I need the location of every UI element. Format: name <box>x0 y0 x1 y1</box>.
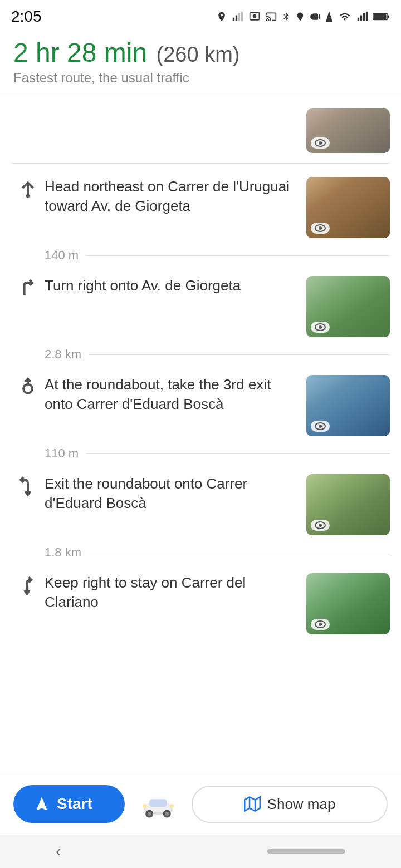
direction-item-5: Keep right to stay on Carrer del Clarian… <box>0 560 401 644</box>
svg-point-25 <box>148 812 151 816</box>
direction-thumbnail-5[interactable] <box>306 573 390 634</box>
distance-divider-1: 140 m <box>0 248 401 263</box>
route-header: 2 hr 28 min (260 km) Fastest route, the … <box>0 31 401 95</box>
vibrate-icon <box>310 11 321 22</box>
svg-rect-0 <box>233 17 234 21</box>
direction-text-4: Exit the roundabout onto Carrer d'Eduard… <box>45 474 306 513</box>
svg-rect-10 <box>366 11 368 21</box>
svg-marker-6 <box>326 11 333 22</box>
signal-icon <box>232 11 244 22</box>
bluetooth-icon <box>282 11 291 22</box>
direction-thumbnail-3[interactable] <box>306 375 390 436</box>
direction-icon-1 <box>11 177 45 200</box>
direction-icon-2 <box>11 276 45 299</box>
direction-icon-4 <box>11 474 45 497</box>
svg-rect-2 <box>238 13 240 21</box>
back-button[interactable]: ‹ <box>56 842 61 860</box>
svg-point-29 <box>143 804 146 808</box>
direction-text-3: At the roundabout, take the 3rd exit ont… <box>45 375 306 414</box>
route-duration: 2 hr 28 min <box>13 38 147 67</box>
direction-icon-5 <box>11 573 45 596</box>
street-view-icon-3[interactable] <box>311 421 330 432</box>
status-icons <box>216 11 390 22</box>
street-view-icon-2[interactable] <box>311 322 330 333</box>
svg-rect-3 <box>241 11 243 21</box>
svg-point-5 <box>253 14 256 17</box>
car-icon <box>139 787 178 821</box>
route-distance: (260 km) <box>157 43 240 66</box>
distance-divider-3: 110 m <box>0 446 401 461</box>
svg-rect-12 <box>388 15 389 18</box>
svg-rect-23 <box>149 799 167 807</box>
direction-thumbnail-4[interactable] <box>306 474 390 535</box>
status-bar: 2:05 <box>0 0 401 31</box>
nav-bar: ‹ <box>0 835 401 868</box>
direction-thumbnail-partial[interactable] <box>306 108 390 153</box>
keep-right-icon <box>17 575 38 596</box>
direction-thumbnail-1[interactable] <box>306 177 390 238</box>
bottom-bar: Start Show map <box>0 773 401 835</box>
directions-list: Head northeast on Carrer de l'Uruguai to… <box>0 95 401 744</box>
nav-pill[interactable] <box>267 849 345 854</box>
direction-text-5: Keep right to stay on Carrer del Clarian… <box>45 573 306 612</box>
direction-icon-partial <box>11 108 45 111</box>
direction-item-2: Turn right onto Av. de Giorgeta <box>0 263 401 347</box>
direction-icon-3 <box>11 375 45 398</box>
wifi-icon <box>338 11 352 22</box>
car-icon-button[interactable] <box>136 785 180 823</box>
status-time: 2:05 <box>11 8 42 26</box>
distance-label-2: 2.8 km <box>45 347 89 362</box>
route-subtitle: Fastest route, the usual traffic <box>13 70 388 86</box>
battery-icon <box>373 11 390 22</box>
screen-record-icon <box>248 11 261 22</box>
distance-label-1: 140 m <box>45 248 86 263</box>
signal2-icon <box>325 11 333 22</box>
direction-item-3: At the roundabout, take the 3rd exit ont… <box>0 362 401 446</box>
svg-point-28 <box>170 804 174 808</box>
svg-rect-7 <box>358 17 359 21</box>
svg-point-27 <box>165 812 169 816</box>
map-icon <box>244 796 261 812</box>
cast-icon <box>265 11 277 22</box>
cellular-icon <box>356 11 369 22</box>
show-map-label: Show map <box>267 796 336 813</box>
show-map-button[interactable]: Show map <box>192 786 388 823</box>
location2-icon <box>295 11 305 22</box>
svg-marker-30 <box>244 797 260 811</box>
arrow-right-turn-icon <box>17 278 38 299</box>
svg-rect-9 <box>363 13 365 21</box>
street-view-icon-4[interactable] <box>311 520 330 531</box>
street-view-icon[interactable] <box>311 137 330 149</box>
exit-left-icon <box>17 476 38 497</box>
start-label: Start <box>57 795 92 813</box>
distance-divider-4: 1.8 km <box>0 545 401 560</box>
distance-label-3: 110 m <box>45 446 86 461</box>
svg-point-15 <box>26 194 30 198</box>
direction-text-2: Turn right onto Av. de Giorgeta <box>45 276 306 295</box>
svg-point-16 <box>23 384 32 393</box>
roundabout-icon <box>17 377 38 398</box>
svg-rect-8 <box>360 15 362 21</box>
location-icon <box>216 11 227 22</box>
svg-rect-1 <box>236 15 237 21</box>
svg-rect-13 <box>374 14 387 19</box>
navigation-icon <box>33 796 50 812</box>
start-button[interactable]: Start <box>13 785 125 823</box>
direction-thumbnail-2[interactable] <box>306 276 390 337</box>
distance-label-4: 1.8 km <box>45 545 89 560</box>
direction-item-4: Exit the roundabout onto Carrer d'Eduard… <box>0 461 401 545</box>
distance-divider-2: 2.8 km <box>0 347 401 362</box>
direction-item-1: Head northeast on Carrer de l'Uruguai to… <box>0 164 401 248</box>
street-view-icon-5[interactable] <box>311 619 330 630</box>
arrow-up-icon <box>17 179 38 200</box>
street-view-icon-1[interactable] <box>311 223 330 234</box>
direction-text-1: Head northeast on Carrer de l'Uruguai to… <box>45 177 306 216</box>
direction-item-partial <box>0 95 401 163</box>
